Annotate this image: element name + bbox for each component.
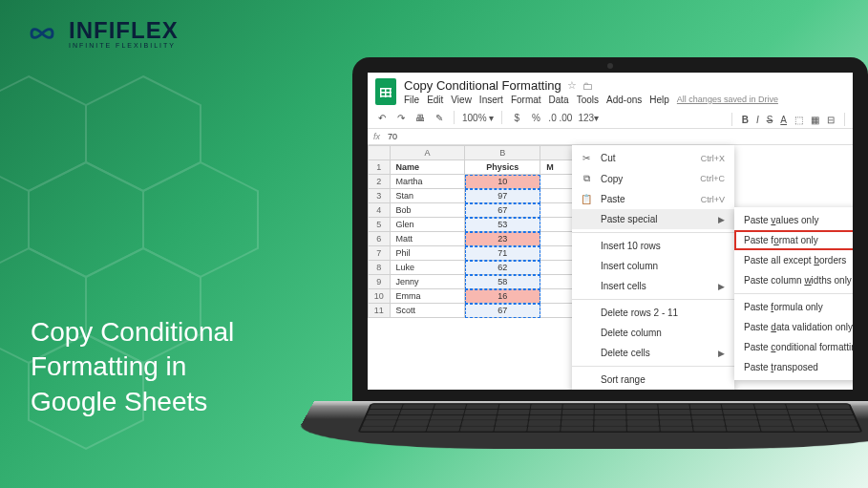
star-icon[interactable]: ☆ [567,79,577,92]
cell-physics[interactable]: 53 [465,218,540,232]
menu-addons[interactable]: Add-ons [606,95,642,105]
col-header-a[interactable]: A [390,146,465,160]
ctx-copy[interactable]: ⧉ Copy Ctrl+C [572,168,734,189]
brand-logo: INFIFLEX INFINITE FLEXIBILITY [21,17,179,49]
cell-name[interactable]: Bob [390,203,465,218]
menu-data[interactable]: Data [549,95,569,105]
hex-pattern [0,57,334,487]
row-header[interactable]: 2 [369,175,391,189]
row-header[interactable]: 11 [369,304,391,318]
cell-name[interactable]: Emma [390,289,465,304]
ctx-sort-range[interactable]: Sort range [572,370,734,390]
row-header[interactable]: 3 [369,189,391,203]
ctx-insert-rows[interactable]: Insert 10 rows [572,236,734,256]
undo-icon[interactable]: ↶ [375,113,389,123]
document-title[interactable]: Copy Conditional Formatting [404,78,561,93]
merge-icon[interactable]: ⊟ [827,115,835,125]
fill-color-icon[interactable]: ⬚ [794,115,803,125]
menu-view[interactable]: View [451,95,472,105]
google-sheets-window: Copy Conditional Formatting ☆ 🗀 File Edi… [368,73,853,390]
ctx-delete-rows[interactable]: Delete rows 2 - 11 [572,303,734,323]
ctx-insert-column[interactable]: Insert column [572,256,734,276]
ctx-paste-special[interactable]: Paste special ▶ [572,209,734,229]
paste-conditional-formatting[interactable]: Paste conditional formatting only [734,337,853,357]
cell-name[interactable]: Glen [390,218,465,232]
borders-icon[interactable]: ▦ [811,115,819,125]
formula-bar: fx 70 [368,129,853,145]
row-header[interactable]: 5 [369,218,391,232]
infinity-icon [21,20,63,47]
menu-format[interactable]: Format [511,95,541,105]
percent-button[interactable]: % [529,113,542,123]
zoom-select[interactable]: 100% ▾ [462,113,494,123]
ctx-delete-column[interactable]: Delete column [572,323,734,343]
row-header[interactable]: 6 [369,232,391,246]
cell-physics[interactable]: 16 [465,289,540,304]
page-title: Copy Conditional Formatting in Google Sh… [31,315,234,419]
cell-physics[interactable]: 10 [465,175,540,189]
cell-physics[interactable]: 67 [465,304,540,318]
redo-icon[interactable]: ↷ [394,113,408,123]
cut-icon: ✂ [580,153,593,163]
cell-b1[interactable]: Physics [465,160,540,175]
number-format-button[interactable]: 123▾ [578,113,599,123]
paste-column-widths[interactable]: Paste column widths only [734,270,853,290]
paste-transposed[interactable]: Paste transposed [734,357,853,377]
chevron-right-icon: ▶ [718,282,725,291]
cell-physics[interactable]: 58 [465,275,540,289]
paste-formula-only[interactable]: Paste formula only [734,297,853,317]
select-all-corner[interactable] [369,146,391,160]
row-header[interactable]: 1 [369,160,391,175]
ctx-insert-cells[interactable]: Insert cells ▶ [572,276,734,296]
cell-physics[interactable]: 23 [465,232,540,246]
cell-a1[interactable]: Name [390,160,465,175]
cell-physics[interactable]: 62 [465,261,540,275]
cell-name[interactable]: Scott [390,304,465,318]
paste-except-borders[interactable]: Paste all except borders [734,250,853,270]
cell-physics[interactable]: 71 [465,246,540,261]
cell-physics[interactable]: 67 [465,203,540,218]
row-header[interactable]: 4 [369,203,391,218]
menu-tools[interactable]: Tools [577,95,599,105]
menu-file[interactable]: File [404,95,419,105]
print-icon[interactable]: 🖶 [413,113,427,123]
italic-button[interactable]: I [756,115,759,125]
cell-name[interactable]: Matt [390,232,465,246]
row-header[interactable]: 10 [369,289,391,304]
cell-physics[interactable]: 97 [465,189,540,203]
col-header-b[interactable]: B [465,146,540,160]
ctx-cut[interactable]: ✂ Cut Ctrl+X [572,148,734,168]
cell-name[interactable]: Martha [390,175,465,189]
cell-name[interactable]: Stan [390,189,465,203]
bold-button[interactable]: B [742,115,749,125]
move-folder-icon[interactable]: 🗀 [582,80,593,92]
menu-help[interactable]: Help [649,95,669,105]
row-header[interactable]: 8 [369,261,391,275]
toolbar-right: B I S A ⬚ ▦ ⊟ [730,113,847,126]
svg-marker-1 [86,76,201,191]
menu-insert[interactable]: Insert [479,95,503,105]
cell-name[interactable]: Jenny [390,275,465,289]
text-color-button[interactable]: A [780,115,787,125]
paint-format-icon[interactable]: ✎ [433,113,446,123]
google-sheets-icon[interactable] [375,78,396,105]
paste-format-only[interactable]: Paste format only Ctrl+Alt+V [734,230,853,250]
row-header[interactable]: 7 [369,246,391,261]
paste-values-only[interactable]: Paste values only Ctrl+Shift+V [734,210,853,230]
ctx-paste[interactable]: 📋 Paste Ctrl+V [572,189,734,209]
menu-bar: File Edit View Insert Format Data Tools … [404,95,845,105]
laptop-mockup: Copy Conditional Formatting ☆ 🗀 File Edi… [314,57,868,477]
cell-name[interactable]: Phil [390,246,465,261]
paste-data-validation[interactable]: Paste data validation only [734,317,853,337]
formula-input[interactable]: 70 [388,132,397,141]
ctx-delete-cells[interactable]: Delete cells ▶ [572,343,734,363]
row-header[interactable]: 9 [369,275,391,289]
strike-button[interactable]: S [767,115,773,125]
fx-label: fx [373,132,380,141]
save-status[interactable]: All changes saved in Drive [677,95,778,105]
menu-edit[interactable]: Edit [427,95,443,105]
decimals-button[interactable]: .0 .00 [548,113,572,123]
laptop-base [287,401,868,449]
currency-button[interactable]: $ [510,113,523,123]
cell-name[interactable]: Luke [390,261,465,275]
